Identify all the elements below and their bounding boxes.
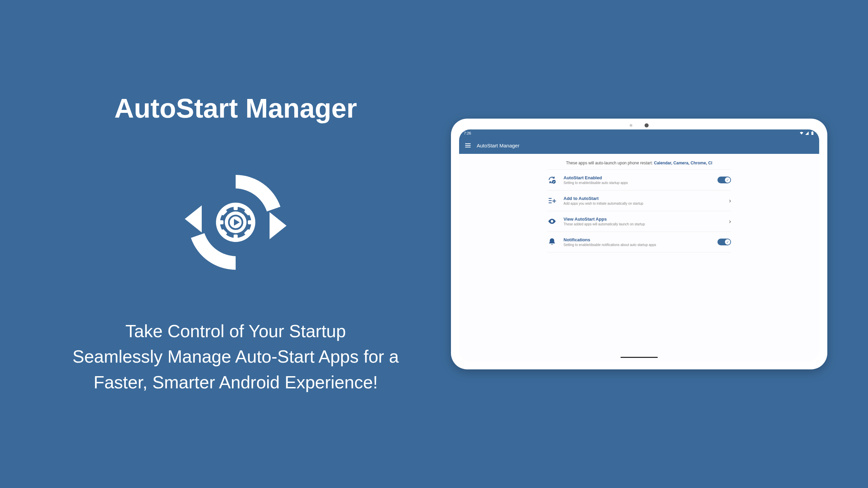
status-icons (800, 131, 814, 135)
promo-stage: AutoStart Manager (0, 0, 868, 488)
tagline-line-3: Faster, Smarter Android Experience! (73, 370, 399, 395)
settings-list: These apps will auto-launch upon phone r… (459, 154, 819, 252)
tablet-screen: 7:26 AutoStart Manager These apps will a… (459, 129, 819, 361)
app-bar: AutoStart Manager (459, 137, 819, 154)
tagline-line-1: Take Control of Your Startup (73, 319, 399, 344)
setting-add-autostart[interactable]: Add to AutoStart Add apps you wish to in… (547, 190, 731, 211)
setting-sub: Setting to enable/disable notifications … (564, 243, 711, 247)
tagline: Take Control of Your Startup Seamlessly … (73, 319, 399, 395)
device-panel: 7:26 AutoStart Manager These apps will a… (451, 119, 827, 369)
eye-icon (547, 217, 557, 226)
refresh-check-icon (547, 175, 557, 185)
info-apps: Calendar, Camera, Chrome, Cl (654, 161, 712, 165)
battery-icon (810, 131, 814, 135)
svg-rect-4 (234, 203, 238, 210)
status-bar: 7:26 (459, 129, 819, 137)
svg-rect-6 (217, 220, 223, 224)
svg-rect-15 (811, 132, 813, 135)
svg-point-23 (551, 220, 553, 223)
info-prefix: These apps will auto-launch upon phone r… (566, 161, 654, 165)
svg-rect-5 (234, 235, 238, 241)
svg-marker-0 (185, 205, 202, 232)
hero-panel: AutoStart Manager (41, 93, 431, 395)
app-bar-title: AutoStart Manager (477, 143, 519, 148)
tablet-frame: 7:26 AutoStart Manager These apps will a… (451, 119, 827, 369)
setting-sub: Add apps you wish to initiate automatica… (564, 202, 722, 205)
app-title: AutoStart Manager (114, 93, 357, 124)
wifi-icon (800, 131, 804, 135)
autostart-logo-icon (164, 165, 307, 280)
setting-title: View AutoStart Apps (564, 217, 722, 222)
toggle-notifications[interactable] (717, 239, 731, 245)
setting-notifications[interactable]: Notifications Setting to enable/disable … (547, 232, 731, 252)
chevron-right-icon: › (729, 218, 731, 225)
list-add-icon (547, 196, 557, 205)
signal-icon (805, 131, 809, 135)
home-indicator[interactable] (620, 357, 658, 358)
tagline-line-2: Seamlessly Manage Auto-Start Apps for a (73, 344, 399, 369)
svg-rect-16 (812, 131, 813, 132)
setting-title: AutoStart Enabled (564, 175, 711, 180)
toggle-autostart[interactable] (717, 177, 731, 183)
app-logo (164, 165, 307, 281)
chevron-right-icon: › (729, 197, 731, 204)
bell-icon (547, 237, 557, 247)
menu-icon[interactable] (465, 143, 471, 147)
setting-sub: Setting to enable/disable auto startup a… (564, 181, 711, 185)
setting-title: Notifications (564, 237, 711, 242)
setting-title: Add to AutoStart (564, 196, 722, 201)
setting-view-apps[interactable]: View AutoStart Apps These added apps wil… (547, 211, 731, 232)
svg-rect-7 (248, 220, 255, 224)
svg-marker-1 (270, 212, 287, 239)
auto-launch-info: These apps will auto-launch upon phone r… (547, 161, 731, 165)
setting-autostart-enabled[interactable]: AutoStart Enabled Setting to enable/disa… (547, 169, 731, 190)
tablet-camera (630, 123, 649, 127)
status-time: 7:26 (464, 131, 471, 135)
setting-sub: These added apps will automatically laun… (564, 222, 722, 226)
